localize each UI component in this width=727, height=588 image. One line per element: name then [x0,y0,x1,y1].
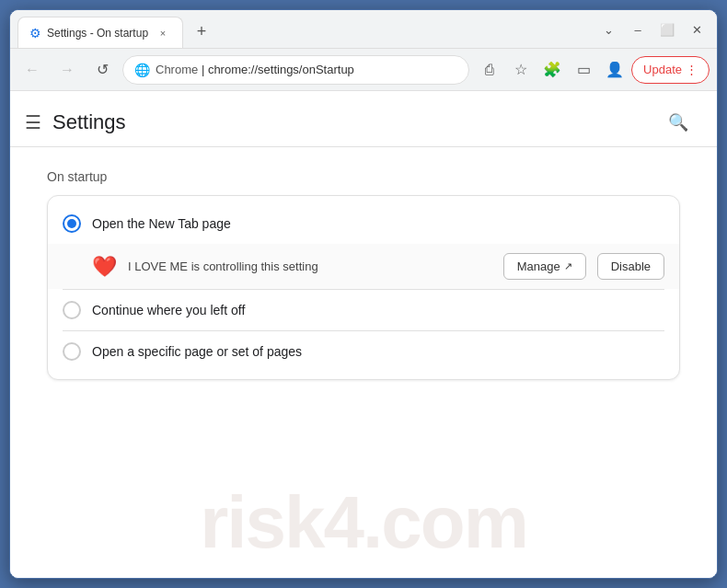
update-label: Update [643,63,682,76]
tab-bar: ⚙ Settings - On startup × + [17,17,214,48]
page-content: risk4.com ☰ Settings 🔍 On startup Open t… [10,91,717,578]
search-button[interactable]: 🔍 [662,106,695,139]
forward-button[interactable]: → [52,55,82,85]
watermark-text: risk4.com [10,486,717,559]
settings-header: ☰ Settings 🔍 [10,91,717,147]
bookmark-button[interactable]: ☆ [506,55,536,85]
option-new-tab-label: Open the New Tab page [92,216,231,231]
manage-button[interactable]: Manage ↗ [503,253,586,280]
url-text: chrome://settings/onStartup [208,63,354,76]
update-more-icon: ⋮ [686,63,698,76]
extension-notice: ❤️ I LOVE ME is controlling this setting… [48,244,679,289]
globe-icon: 🌐 [134,63,150,77]
tab-title: Settings - On startup [47,27,149,40]
profile-button[interactable]: 👤 [600,55,629,85]
nav-actions: ⎙ ☆ 🧩 ▭ 👤 Update ⋮ [475,55,710,85]
nav-bar: ← → ↺ 🌐 Chrome | chrome://settings/onSta… [10,49,717,91]
close-button[interactable]: ✕ [684,17,710,42]
option-continue[interactable]: Continue where you left off [48,290,679,330]
option-new-tab[interactable]: Open the New Tab page [48,203,679,244]
option-specific-label: Open a specific page or set of pages [92,344,302,359]
title-bar: ⚙ Settings - On startup × + ⌄ – ⬜ ✕ [10,10,717,49]
extension-text: I LOVE ME is controlling this setting [128,259,492,273]
minimize-button[interactable]: – [625,17,651,42]
settings-title: Settings [52,110,126,134]
radio-specific[interactable] [63,342,81,361]
update-button[interactable]: Update ⋮ [631,56,710,84]
heart-icon: ❤️ [92,255,117,279]
startup-card: Open the New Tab page ❤️ I LOVE ME is co… [47,195,680,380]
tab-close-button[interactable]: × [155,25,171,41]
watermark: risk4.com [10,486,717,559]
active-tab[interactable]: ⚙ Settings - On startup × [17,17,183,48]
reload-button[interactable]: ↺ [87,55,117,85]
address-text: Chrome | chrome://settings/onStartup [156,63,457,76]
option-specific[interactable]: Open a specific page or set of pages [48,331,679,372]
cast-button[interactable]: ▭ [569,55,598,85]
address-separator: | [202,63,208,76]
share-button[interactable]: ⎙ [475,55,504,85]
browser-window: ⚙ Settings - On startup × + ⌄ – ⬜ ✕ ← → … [9,9,718,579]
radio-new-tab[interactable] [63,214,81,233]
extensions-button[interactable]: 🧩 [537,55,567,85]
window-controls: ⌄ – ⬜ ✕ [595,10,710,49]
disable-button[interactable]: Disable [597,253,664,280]
radio-inner-new-tab [67,219,76,228]
settings-title-row: ☰ Settings [25,110,126,134]
address-bar[interactable]: 🌐 Chrome | chrome://settings/onStartup [122,55,469,85]
chrome-label: Chrome [156,63,198,76]
chevron-down-button[interactable]: ⌄ [595,17,621,42]
settings-body: On startup Open the New Tab page ❤️ I LO… [10,147,717,402]
back-button[interactable]: ← [17,55,47,85]
hamburger-icon[interactable]: ☰ [25,111,41,133]
manage-label: Manage [517,259,560,273]
option-continue-label: Continue where you left off [92,303,245,317]
external-link-icon: ↗ [564,260,572,272]
new-tab-button[interactable]: + [189,18,214,44]
maximize-button[interactable]: ⬜ [654,17,680,42]
radio-continue[interactable] [63,301,81,319]
tab-favicon: ⚙ [29,26,41,40]
disable-label: Disable [611,259,651,273]
section-title: On startup [47,169,680,184]
